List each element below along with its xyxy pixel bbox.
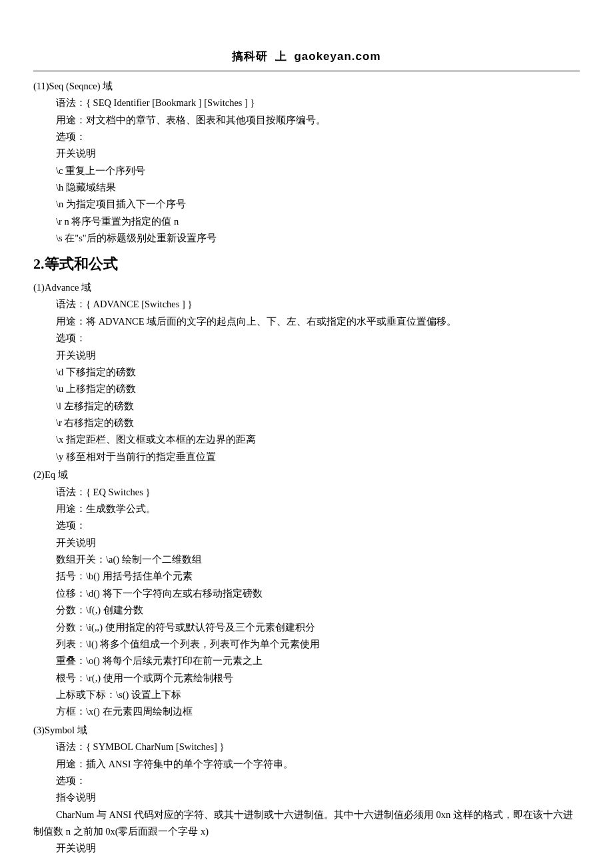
body-line: 位移：\d() 将下一个字符向左或右移动指定磅数 [56, 585, 580, 602]
body-line: 分数：\i(,,) 使用指定的符号或默认符号及三个元素创建积分 [56, 619, 580, 636]
body-line: 方框：\x() 在元素四周绘制边框 [56, 703, 580, 720]
item-title: (1)Advance 域 [33, 279, 580, 296]
body-line: \l 左移指定的磅数 [56, 398, 580, 415]
body-line: 用途：对文档中的章节、表格、图表和其他项目按顺序编号。 [56, 112, 580, 129]
body-line: \u 上移指定的磅数 [56, 381, 580, 397]
header-text-2: 上 [275, 50, 287, 63]
body-line: \n 为指定项目插入下一个序号 [56, 196, 580, 213]
section-1-advance: (1)Advance 域 语法：{ ADVANCE [Switches ] } … [33, 279, 580, 465]
section-3-symbol: (3)Symbol 域 语法：{ SYMBOL CharNum [Switche… [33, 722, 580, 857]
heading-2: 2.等式和公式 [33, 251, 580, 277]
body-line: 开关说明 [56, 145, 580, 162]
body-line: \y 移至相对于当前行的指定垂直位置 [56, 449, 580, 465]
item-tail: 开关说明 [33, 840, 580, 857]
body-line: \c 重复上一个序列号 [56, 163, 580, 179]
body-line: 数组开关：\a() 绘制一个二维数组 [56, 551, 580, 568]
body-line: 开关说明 [56, 535, 580, 551]
page-header: 搞科研 上 gaokeyan.com [33, 47, 580, 71]
item-title: (3)Symbol 域 [33, 722, 580, 739]
item-body: 语法：{ EQ Switches } 用途：生成数学公式。 选项： 开关说明 数… [33, 484, 580, 721]
body-line: 列表：\l() 将多个值组成一个列表，列表可作为单个元素使用 [56, 636, 580, 653]
body-line: 用途：插入 ANSI 字符集中的单个字符或一个字符串。 [56, 756, 580, 773]
body-line: 用途：生成数学公式。 [56, 501, 580, 517]
body-line: \h 隐藏域结果 [56, 179, 580, 196]
body-line: \s 在"s"后的标题级别处重新设置序号 [56, 230, 580, 247]
body-line: 根号：\r(,) 使用一个或两个元素绘制根号 [56, 670, 580, 687]
body-line: 选项： [56, 330, 580, 347]
body-line: 上标或下标：\s() 设置上下标 [56, 687, 580, 703]
body-line: 开关说明 [56, 347, 580, 364]
body-line: 语法：{ SEQ Identifier [Bookmark ] [Switche… [56, 95, 580, 111]
body-line: 语法：{ ADVANCE [Switches ] } [56, 296, 580, 313]
body-line: \r n 将序号重置为指定的值 n [56, 213, 580, 230]
item-body: 语法：{ ADVANCE [Switches ] } 用途：将 ADVANCE … [33, 296, 580, 465]
section-2-eq: (2)Eq 域 语法：{ EQ Switches } 用途：生成数学公式。 选项… [33, 467, 580, 721]
header-site: gaokeyan.com [294, 50, 380, 63]
body-line: \x 指定距栏、图文框或文本框的左边界的距离 [56, 431, 580, 448]
body-line: 分数：\f(,) 创建分数 [56, 602, 580, 619]
body-line: 开关说明 [56, 840, 580, 857]
body-line: 指令说明 [56, 789, 580, 806]
body-line: 语法：{ EQ Switches } [56, 484, 580, 501]
body-line: 重叠：\o() 将每个后续元素打印在前一元素之上 [56, 653, 580, 669]
body-line: 选项： [56, 129, 580, 145]
item-body: 语法：{ SYMBOL CharNum [Switches] } 用途：插入 A… [33, 739, 580, 807]
item-body: 语法：{ SEQ Identifier [Bookmark ] [Switche… [33, 95, 580, 247]
wrap-line: CharNum 与 ANSI 代码对应的字符、或其十进制或十六进制值。其中十六进… [33, 807, 580, 841]
body-line: \d 下移指定的磅数 [56, 364, 580, 381]
body-line: 括号：\b() 用括号括住单个元素 [56, 568, 580, 585]
body-line: 选项： [56, 773, 580, 789]
body-line: 选项： [56, 517, 580, 534]
body-line: \r 右移指定的磅数 [56, 415, 580, 431]
body-line: 语法：{ SYMBOL CharNum [Switches] } [56, 739, 580, 755]
body-line: 用途：将 ADVANCE 域后面的文字的起点向上、下、左、右或指定的水平或垂直位… [56, 313, 580, 330]
item-title: (11)Seq (Seqnce) 域 [33, 78, 580, 95]
section-11-seq: (11)Seq (Seqnce) 域 语法：{ SEQ Identifier [… [33, 78, 580, 247]
item-title: (2)Eq 域 [33, 467, 580, 483]
header-text-1: 搞科研 [232, 50, 268, 63]
